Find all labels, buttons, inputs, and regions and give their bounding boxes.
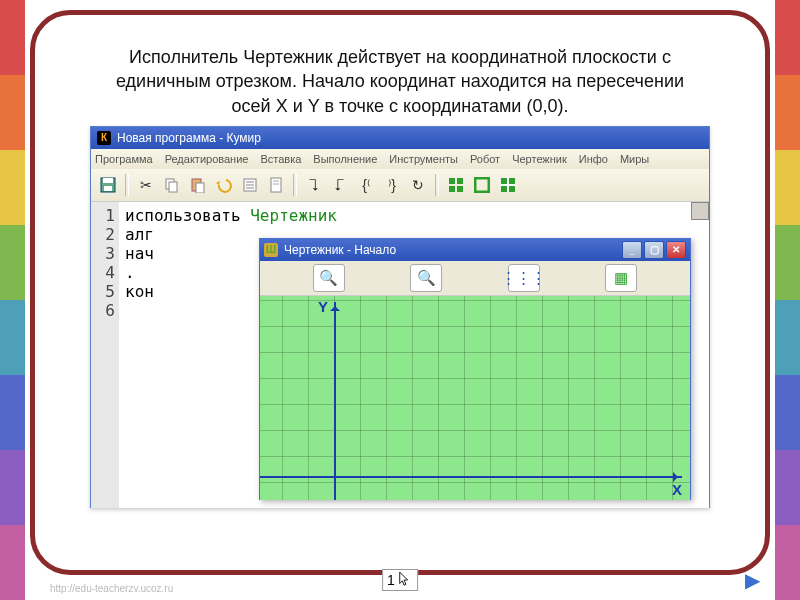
step-over-icon[interactable]: ⮦: [329, 174, 351, 196]
scroll-up-icon[interactable]: [691, 202, 709, 220]
y-axis-label: Y: [318, 298, 328, 315]
kumir-toolbar: ✂ ⮧ ⮦ {⁽ ⁾} ↻: [91, 169, 709, 202]
slide-frame: Исполнитель Чертежник действует на коорд…: [30, 10, 770, 575]
code-editor[interactable]: 1 2 3 4 5 6 использовать Чертежник алг н…: [91, 202, 709, 508]
svg-rect-15: [457, 178, 463, 184]
menu-edit[interactable]: Редактирование: [165, 153, 249, 165]
slide-number-badge: 1: [382, 569, 418, 591]
menu-program[interactable]: Программа: [95, 153, 153, 165]
svg-rect-1: [103, 178, 113, 183]
x-axis: [260, 476, 682, 478]
cursor-icon: [397, 571, 411, 589]
cross-icon[interactable]: [497, 174, 519, 196]
kumir-window: К Новая программа - Кумир Программа Реда…: [90, 126, 710, 508]
frame-icon[interactable]: [471, 174, 493, 196]
svg-rect-14: [449, 178, 455, 184]
zoom-in-icon[interactable]: 🔍: [313, 264, 345, 292]
drawer-titlebar[interactable]: Ш Чертежник - Начало _ ▢ ✕: [260, 239, 690, 261]
maximize-icon[interactable]: ▢: [644, 241, 664, 259]
svg-rect-6: [196, 183, 204, 193]
kumir-menubar: Программа Редактирование Вставка Выполне…: [91, 149, 709, 169]
fit-icon[interactable]: ▦: [605, 264, 637, 292]
drawer-toolbar: 🔍 🔍 ⋮⋮⋮ ▦: [260, 261, 690, 296]
brace-close-icon[interactable]: ⁾}: [381, 174, 403, 196]
menu-tools[interactable]: Инструменты: [389, 153, 458, 165]
footer-url: http://edu-teacherzv.ucoz.ru: [50, 583, 173, 594]
close-icon[interactable]: ✕: [666, 241, 686, 259]
menu-worlds[interactable]: Миры: [620, 153, 649, 165]
headline-text: Исполнитель Чертежник действует на коорд…: [90, 45, 710, 126]
save-icon[interactable]: [97, 174, 119, 196]
step-into-icon[interactable]: ⮧: [303, 174, 325, 196]
svg-rect-16: [449, 186, 455, 192]
list-icon[interactable]: [239, 174, 261, 196]
crayon-border-left: [0, 0, 25, 600]
drawer-canvas[interactable]: Y X: [260, 296, 690, 500]
brace-open-icon[interactable]: {⁽: [355, 174, 377, 196]
paste-icon[interactable]: [187, 174, 209, 196]
loop-icon[interactable]: ↻: [407, 174, 429, 196]
kumir-titlebar[interactable]: К Новая программа - Кумир: [91, 127, 709, 149]
zoom-out-icon[interactable]: 🔍: [410, 264, 442, 292]
menu-drawer[interactable]: Чертежник: [512, 153, 567, 165]
minimize-icon[interactable]: _: [622, 241, 642, 259]
doc-icon[interactable]: [265, 174, 287, 196]
copy-icon[interactable]: [161, 174, 183, 196]
svg-rect-4: [169, 182, 177, 192]
drawer-title-text: Чертежник - Начало: [284, 243, 396, 257]
slide-number: 1: [387, 572, 395, 588]
menu-insert[interactable]: Вставка: [260, 153, 301, 165]
svg-rect-2: [104, 186, 112, 191]
dots-grid-icon[interactable]: ⋮⋮⋮: [508, 264, 540, 292]
cut-icon[interactable]: ✂: [135, 174, 157, 196]
drawer-icon: Ш: [264, 243, 278, 257]
drawer-window: Ш Чертежник - Начало _ ▢ ✕ 🔍 🔍 ⋮⋮⋮ ▦: [259, 238, 691, 500]
svg-rect-18: [475, 178, 489, 192]
y-axis: [334, 302, 336, 500]
menu-run[interactable]: Выполнение: [313, 153, 377, 165]
svg-rect-21: [501, 184, 515, 186]
line-gutter: 1 2 3 4 5 6: [91, 202, 119, 508]
crayon-border-right: [775, 0, 800, 600]
menu-robot[interactable]: Робот: [470, 153, 500, 165]
next-slide-icon[interactable]: ▶: [745, 568, 760, 592]
svg-rect-11: [271, 178, 281, 192]
kumir-icon: К: [97, 131, 111, 145]
slide-content: Исполнитель Чертежник действует на коорд…: [90, 45, 710, 525]
kumir-title: Новая программа - Кумир: [117, 131, 261, 145]
svg-rect-17: [457, 186, 463, 192]
x-axis-label: X: [672, 481, 682, 498]
grid-lines: [260, 296, 690, 500]
menu-info[interactable]: Инфо: [579, 153, 608, 165]
undo-icon[interactable]: [213, 174, 235, 196]
grid-icon[interactable]: [445, 174, 467, 196]
